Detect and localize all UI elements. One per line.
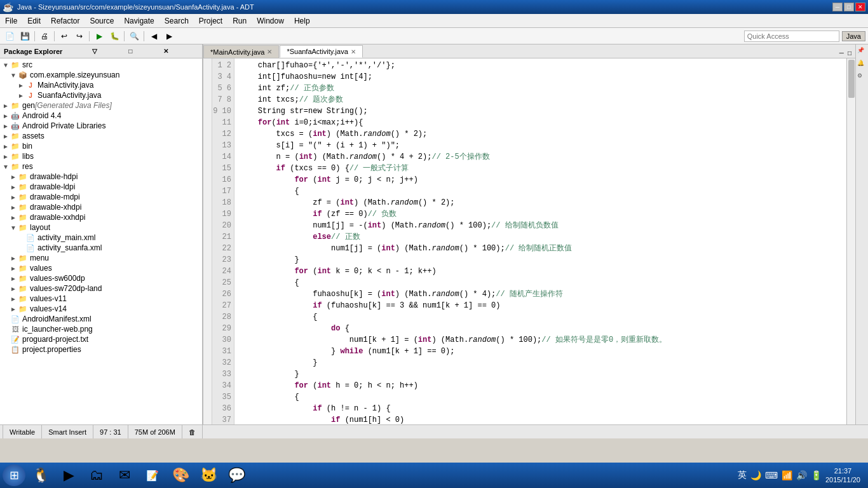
tree-item-values-v11[interactable]: ► 📁 values-v11 [0,294,202,304]
save-button[interactable]: 💾 [18,29,32,43]
tab-close-mainactivity[interactable]: ✕ [267,48,272,55]
tree-item-assets[interactable]: ► 📁 assets [0,131,202,141]
close-button[interactable]: ✕ [855,3,865,11]
menu-help[interactable]: Help [289,14,315,27]
tree-arrow: ► [18,82,25,89]
keyboard-icon[interactable]: ⌨ [765,470,778,480]
maximize-button[interactable]: □ [844,3,854,11]
tab-mainactivity[interactable]: *MainActivity.java ✕ [203,45,279,58]
editor-scrollbar[interactable] [846,58,855,424]
tree-item-suanfaactivity[interactable]: ► J SuanfaActivity.java [0,90,202,100]
pkg-minimize-btn[interactable]: ▽ [91,48,98,55]
tree-item-project-props[interactable]: 📋 project.properties [0,344,202,355]
taskbar-app-8[interactable]: 💬 [224,464,249,486]
battery-icon[interactable]: 🔋 [811,470,822,480]
taskbar-app-6[interactable]: 🎨 [168,464,193,486]
tree-item-mainactivity[interactable]: ► J MainActivity.java [0,80,202,90]
tab-close-suanfaactivity[interactable]: ✕ [351,48,356,55]
tree-item-values-sw600dp[interactable]: ► 📁 values-sw600dp [0,273,202,283]
sidebar-right-btn-1[interactable]: 📌 [857,47,867,57]
gen-label: [Generated Java Files] [35,101,112,110]
menu-edit[interactable]: Edit [22,14,46,27]
tree-item-pkg[interactable]: ▼ 📦 com.example.sizeyunsuan [0,70,202,80]
redo-button[interactable]: ↪ [72,29,86,43]
tree-item-activity-main-xml[interactable]: 📄 activity_main.xml [0,233,202,243]
volume-icon[interactable]: 🔊 [796,470,807,480]
pkg-close-btn[interactable]: ✕ [162,48,170,55]
menu-source[interactable]: Source [85,14,119,27]
tree-item-layout[interactable]: ▼ 📁 layout [0,222,202,233]
tree-item-androidmanifest[interactable]: 📄 AndroidManifest.xml [0,314,202,324]
menu-project[interactable]: Project [194,14,227,27]
tree-item-gen[interactable]: ► 📁 gen [Generated Java Files] [0,100,202,111]
editor-minimize-btn[interactable]: ─ [838,48,845,58]
tree-item-drawable-hdpi[interactable]: ► 📁 drawable-hdpi [0,172,202,182]
network-icon[interactable]: 📶 [782,470,792,480]
sidebar-right-btn-3[interactable]: ⚙ [857,72,867,83]
taskbar-app-3[interactable]: 🗂 [84,464,109,486]
menu-search[interactable]: Search [159,14,194,27]
menu-window[interactable]: Window [252,14,289,27]
folder-icon: 📁 [18,193,28,201]
folder-icon: 📁 [10,101,20,110]
minimize-button[interactable]: ─ [832,3,843,11]
tree-item-values[interactable]: ► 📁 values [0,263,202,273]
run-button[interactable]: ▶ [92,29,106,43]
input-method-icon[interactable]: 英 [738,470,747,481]
tree-item-activity-suanfa-xml[interactable]: 📄 activity_suanfa.xml [0,243,202,253]
tree-item-ic-launcher[interactable]: 🖼 ic_launcher-web.png [0,324,202,334]
tree-item-private-libs[interactable]: ► 🤖 Android Private Libraries [0,121,202,131]
scroll-thumb[interactable] [848,60,855,98]
tree-item-menu[interactable]: ► 📁 menu [0,253,202,263]
forward-button[interactable]: ▶ [162,29,176,43]
undo-button[interactable]: ↩ [57,29,71,43]
menu-run[interactable]: Run [227,14,252,27]
taskbar-app-5[interactable]: 📝 [140,464,165,486]
menu-file[interactable]: File [0,14,22,27]
tree-item-libs[interactable]: ► 📁 libs [0,151,202,161]
tree-item-drawable-mdpi[interactable]: ► 📁 drawable-mdpi [0,192,202,202]
menu-navigate[interactable]: Navigate [119,14,159,27]
tree-item-values-v14[interactable]: ► 📁 values-v14 [0,304,202,314]
folder-icon: 📁 [10,60,20,69]
tree-label: values-v14 [30,304,67,313]
taskbar-app-1[interactable]: 🐧 [28,464,53,486]
status-position: 97 : 31 [93,425,128,438]
weather-icon[interactable]: 🌙 [750,470,761,480]
search-toolbar-button[interactable]: 🔍 [127,29,141,43]
folder-icon: 📁 [18,254,28,262]
tree-item-res[interactable]: ▼ 📁 res [0,161,202,172]
taskbar-app-2[interactable]: ▶ [56,464,81,486]
line-numbers-gutter: 1 2 3 4 5 6 7 8 9 10 11 12 13 14 15 16 1… [212,58,234,424]
folder-icon: 📁 [18,274,28,283]
xml-icon: 📄 [25,243,36,252]
quick-access-input[interactable] [744,30,839,42]
tree-item-drawable-xxhdpi[interactable]: ► 📁 drawable-xxhdpi [0,212,202,222]
pkg-maximize-btn[interactable]: □ [127,48,133,55]
tree-item-src[interactable]: ▼ 📁 src [0,60,202,70]
perspective-java-button[interactable]: Java [842,31,865,41]
code-editor[interactable]: char[]fuhao={'+','-','*','/'}; int[]fuha… [234,58,846,424]
back-button[interactable]: ◀ [147,29,161,43]
tab-suanfaactivity[interactable]: *SuanfaActivity.java ✕ [280,45,362,58]
new-button[interactable]: 📄 [3,29,17,43]
taskbar-app-7[interactable]: 🐱 [196,464,221,486]
sidebar-right-btn-2[interactable]: 🔔 [857,60,867,70]
editor-maximize-btn[interactable]: □ [846,48,853,58]
tree-item-values-sw720dp-land[interactable]: ► 📁 values-sw720dp-land [0,283,202,294]
tree-item-bin[interactable]: ► 📁 bin [0,141,202,151]
taskbar-app-4[interactable]: ✉ [112,464,137,486]
tree-label: assets [22,132,44,140]
status-memory-icon[interactable]: 🗑 [182,425,203,438]
tree-arrow: ► [10,295,18,302]
tree-arrow: ► [10,265,18,272]
tree-item-drawable-ldpi[interactable]: ► 📁 drawable-ldpi [0,182,202,192]
print-button[interactable]: 🖨 [37,29,51,43]
tree-item-proguard[interactable]: 📝 proguard-project.txt [0,334,202,344]
debug-button[interactable]: 🐛 [107,29,121,43]
tree-item-android44[interactable]: ► 🤖 Android 4.4 [0,111,202,121]
system-clock[interactable]: 21:37 2015/11/20 [825,466,860,485]
start-button[interactable]: ⊞ [3,464,25,486]
menu-refactor[interactable]: Refactor [46,14,85,27]
tree-item-drawable-xhdpi[interactable]: ► 📁 drawable-xhdpi [0,202,202,212]
